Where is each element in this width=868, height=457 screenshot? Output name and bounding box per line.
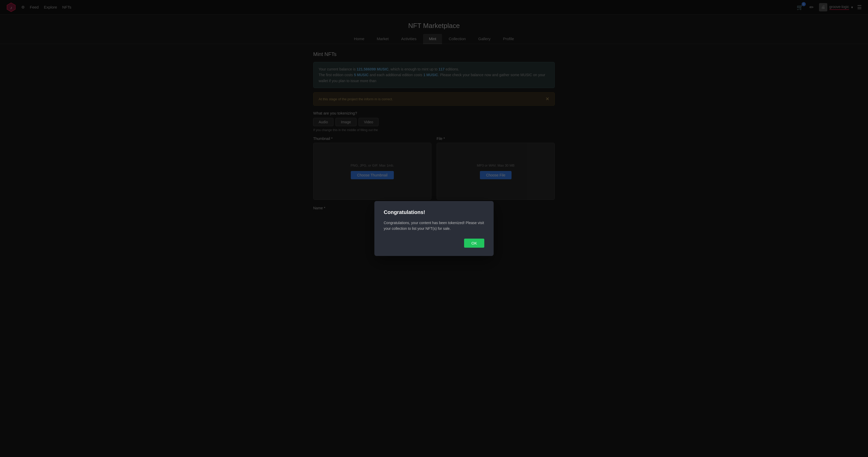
modal-body: Congratulations, your content has been t… [384,220,484,232]
modal-title: Congratulations! [384,209,484,215]
modal-footer: OK [384,239,484,248]
modal-ok-button[interactable]: OK [464,239,484,248]
modal-overlay: Congratulations! Congratulations, your c… [0,0,868,457]
congratulations-modal: Congratulations! Congratulations, your c… [374,201,494,256]
